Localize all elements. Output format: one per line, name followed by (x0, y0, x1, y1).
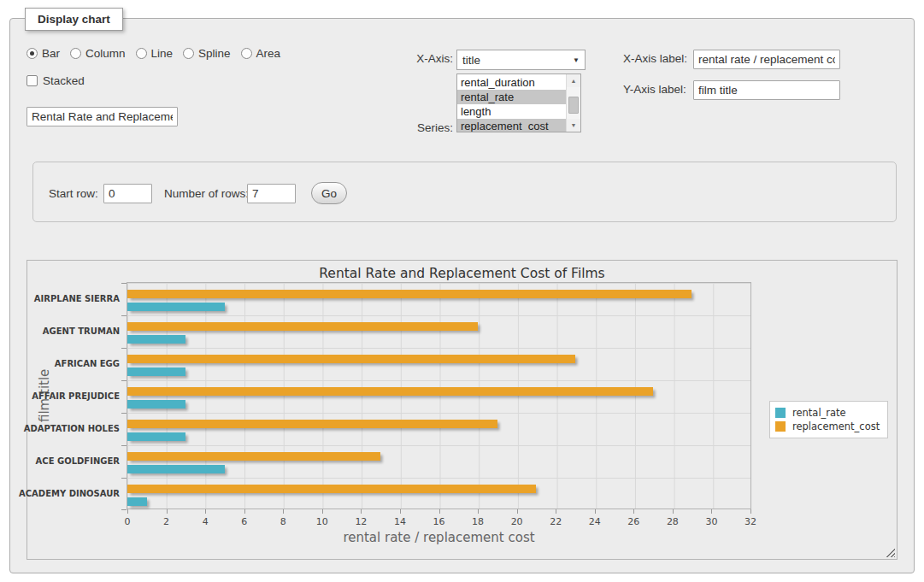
radio-spline[interactable] (183, 48, 194, 59)
start-row-label: Start row: (49, 187, 98, 200)
y-category-label: AGENT TRUMAN (43, 315, 120, 348)
x-axis-tick-label: 28 (667, 516, 679, 527)
radio-bar[interactable] (26, 48, 38, 59)
y-axis-tick (121, 380, 127, 381)
legend-item-rental_rate: rental_rate (775, 407, 880, 419)
start-row-input[interactable] (103, 184, 152, 203)
resize-handle-icon[interactable] (886, 548, 895, 557)
x-axis-tick-label: 12 (355, 516, 367, 527)
x-axis-tick (595, 509, 596, 514)
x-axis-tick (556, 509, 556, 514)
bar-rental_rate (127, 465, 225, 473)
y-axis-tick (121, 283, 127, 284)
scroll-up-icon[interactable]: ▲ (567, 74, 580, 87)
x-axis-tick (167, 509, 168, 514)
x-axis-tick (517, 509, 518, 514)
radio-column[interactable] (70, 48, 81, 59)
go-button[interactable]: Go (311, 182, 347, 204)
radio-label-line: Line (151, 47, 174, 60)
bar-rental_rate (127, 432, 185, 441)
x-axis-tick-label: 6 (241, 516, 247, 527)
y-axis-tick (121, 315, 127, 316)
series-option-length[interactable]: length (457, 104, 566, 119)
x-axis-tick-label: 0 (125, 516, 131, 527)
bar-replacement_cost (127, 322, 478, 331)
x-axis-tick-label: 26 (627, 516, 639, 527)
number-of-rows-label: Number of rows: (164, 187, 249, 200)
chart-type-option-bar[interactable]: Bar (26, 47, 60, 60)
x-axis-tick (478, 509, 479, 514)
stacked-checkbox[interactable] (26, 75, 38, 86)
y-axis-label-label: Y-Axis label: (623, 83, 686, 96)
x-axis-tick (205, 509, 206, 514)
x-axis-tick-label: 22 (550, 516, 562, 527)
chart-type-option-area[interactable]: Area (241, 47, 281, 60)
bar-rental_rate (127, 367, 185, 376)
scroll-down-icon[interactable]: ▼ (567, 119, 580, 132)
series-option-rental_duration[interactable]: rental_duration (457, 75, 566, 90)
x-axis-tick (673, 509, 674, 514)
x-axis-tick-label: 4 (203, 516, 209, 527)
y-category-label: AIRPLANE SIERRA (34, 283, 120, 315)
number-of-rows-input[interactable] (247, 184, 296, 203)
legend-label-rental_rate: rental_rate (792, 407, 846, 419)
x-axis-tick (711, 509, 712, 514)
app-screen: Display chart BarColumnLineSplineArea St… (0, 0, 924, 582)
x-axis-tick (127, 509, 128, 514)
y-axis-label-input[interactable] (693, 80, 840, 100)
legend-swatch-replacement_cost (775, 421, 786, 432)
chart-type-option-spline[interactable]: Spline (183, 47, 231, 60)
chart-type-option-line[interactable]: Line (136, 47, 174, 60)
legend-label-replacement_cost: replacement_cost (792, 420, 880, 432)
radio-label-bar: Bar (42, 47, 60, 60)
x-axis-tick-label: 24 (589, 516, 601, 527)
series-options: rental_durationrental_ratelengthreplacem… (457, 75, 566, 132)
radio-label-column: Column (85, 47, 126, 60)
x-axis-select-label: X-Axis: (392, 52, 453, 65)
y-axis-tick (121, 348, 127, 349)
radio-area[interactable] (241, 48, 252, 59)
series-multiselect[interactable]: rental_durationrental_ratelengthreplacem… (456, 73, 581, 132)
chart-x-axis-title: rental rate / replacement cost (127, 530, 751, 545)
y-category-label: ADAPTATION HOLES (24, 413, 120, 445)
y-axis-tick (121, 413, 127, 414)
series-option-rental_rate[interactable]: rental_rate (457, 90, 566, 104)
chart-type-radio-group: BarColumnLineSplineArea (26, 47, 285, 60)
bar-replacement_cost (127, 452, 380, 461)
y-axis-tick (121, 445, 127, 446)
x-axis-tick (439, 509, 440, 514)
x-axis-tick-label: 16 (433, 516, 445, 527)
chevron-down-icon: ▼ (573, 56, 580, 64)
chart-title-input[interactable] (26, 107, 178, 126)
x-axis-tick-label: 30 (705, 516, 717, 527)
x-axis-tick (244, 509, 245, 514)
y-category-label: AFFAIR PREJUDICE (32, 380, 120, 413)
x-axis-label-input[interactable] (693, 50, 840, 69)
x-axis-select[interactable]: title ▼ (456, 50, 586, 70)
legend-swatch-rental_rate (775, 408, 786, 418)
series-scrollbar[interactable]: ▲ ▼ (566, 74, 580, 132)
x-axis-selected-value: title (462, 54, 573, 67)
series-option-replacement_cost[interactable]: replacement_cost (457, 119, 566, 132)
radio-line[interactable] (136, 48, 147, 59)
chart-type-option-column[interactable]: Column (70, 47, 126, 60)
chart-title: Rental Rate and Replacement Cost of Film… (27, 266, 897, 281)
bar-replacement_cost (127, 485, 536, 493)
stacked-label: Stacked (43, 74, 85, 87)
bar-rental_rate (127, 335, 185, 344)
scrollbar-thumb[interactable] (568, 97, 579, 114)
bar-replacement_cost (127, 420, 497, 428)
x-axis-tick-label: 20 (511, 516, 523, 527)
stacked-option[interactable]: Stacked (26, 74, 85, 87)
y-category-label: AFRICAN EGG (55, 348, 120, 380)
y-axis-tick (121, 478, 127, 479)
radio-label-spline: Spline (198, 47, 231, 60)
y-axis-tick (121, 509, 127, 510)
x-axis-tick-label: 32 (744, 516, 756, 527)
bar-rental_rate (127, 497, 147, 506)
series-select-label: Series: (392, 121, 453, 134)
x-axis-tick (750, 509, 751, 514)
row-range-panel: Start row: Number of rows: Go (32, 162, 897, 222)
x-axis-tick (400, 509, 401, 514)
bar-replacement_cost (127, 387, 653, 396)
